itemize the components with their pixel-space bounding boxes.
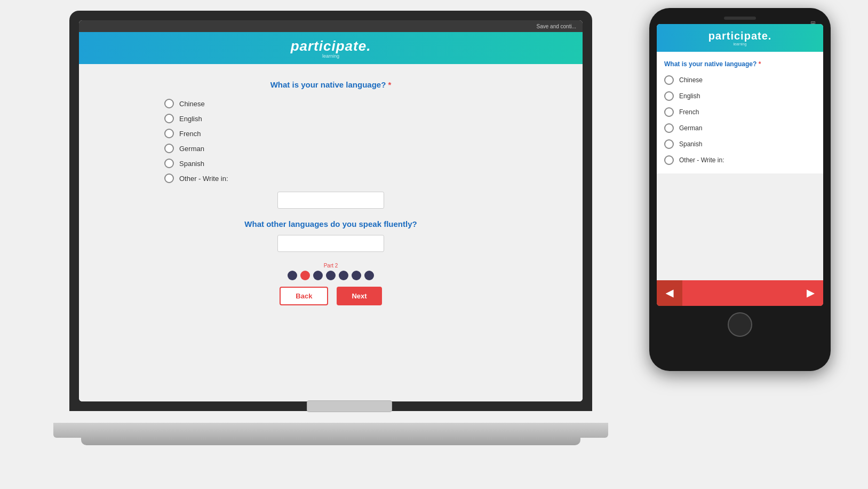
radio-label-french: French bbox=[179, 130, 201, 138]
phone-radio-label-chinese: Chinese bbox=[679, 76, 703, 84]
phone-speaker bbox=[724, 17, 756, 20]
progress-label: Part 2 bbox=[132, 263, 529, 269]
radio-item-other[interactable]: Other - Write in: bbox=[164, 173, 529, 183]
dot-5 bbox=[339, 271, 348, 280]
radio-label-german: German bbox=[179, 145, 204, 153]
phone-radio-english[interactable] bbox=[664, 91, 674, 101]
phone-brand-sub: learning bbox=[708, 42, 772, 46]
radio-label-other: Other - Write in: bbox=[179, 175, 228, 183]
phone-radio-item-spanish[interactable]: Spanish bbox=[664, 139, 816, 149]
phone-radio-item-german[interactable]: German bbox=[664, 123, 816, 133]
laptop-brand-logo: participate. bbox=[291, 38, 371, 54]
laptop-body: Save and conti... participate. learning … bbox=[69, 11, 592, 411]
radio-item-spanish[interactable]: Spanish bbox=[164, 159, 529, 168]
phone-nav-left-button[interactable]: ◀ bbox=[657, 280, 682, 306]
laptop-base bbox=[53, 423, 608, 438]
dot-1 bbox=[288, 271, 297, 280]
laptop-trackpad bbox=[307, 400, 392, 412]
other-language-input[interactable] bbox=[277, 192, 384, 209]
radio-chinese[interactable] bbox=[164, 99, 174, 108]
save-continue-text: Save and conti... bbox=[537, 23, 577, 29]
phone-radio-other[interactable] bbox=[664, 155, 674, 165]
phone-radio-label-english: English bbox=[679, 92, 700, 100]
dot-6 bbox=[352, 271, 361, 280]
laptop-radio-group: Chinese English French German bbox=[164, 99, 529, 183]
dot-2-active bbox=[300, 271, 310, 280]
radio-label-english: English bbox=[179, 115, 202, 123]
other-languages-input[interactable] bbox=[277, 235, 384, 252]
back-button[interactable]: Back bbox=[280, 287, 328, 305]
phone-screen: participate. learning What is your nativ… bbox=[657, 24, 823, 306]
phone-radio-label-other: Other - Write in: bbox=[679, 156, 724, 164]
radio-label-spanish: Spanish bbox=[179, 160, 204, 168]
dot-4 bbox=[326, 271, 336, 280]
dot-7 bbox=[364, 271, 374, 280]
nav-buttons: Back Next bbox=[132, 287, 529, 305]
radio-spanish[interactable] bbox=[164, 159, 174, 168]
phone-radio-label-german: German bbox=[679, 124, 702, 132]
phone-header: participate. learning bbox=[657, 24, 823, 52]
radio-item-french[interactable]: French bbox=[164, 129, 529, 138]
phone-home-button[interactable] bbox=[728, 312, 752, 337]
phone-radio-item-french[interactable]: French bbox=[664, 107, 816, 117]
next-button[interactable]: Next bbox=[337, 287, 381, 305]
radio-item-chinese[interactable]: Chinese bbox=[164, 99, 529, 108]
phone-brand-logo: participate. bbox=[708, 30, 772, 42]
phone-right-arrow-icon: ▶ bbox=[807, 287, 814, 299]
phone-radio-german[interactable] bbox=[664, 123, 674, 133]
progress-section: Part 2 Back Next bbox=[132, 263, 529, 305]
phone-radio-french[interactable] bbox=[664, 107, 674, 117]
radio-label-chinese: Chinese bbox=[179, 100, 205, 108]
phone-question1-title: What is your native language? * bbox=[664, 60, 816, 68]
phone-radio-item-english[interactable]: English bbox=[664, 91, 816, 101]
radio-french[interactable] bbox=[164, 129, 174, 138]
phone-device: ⊞ participate. learning What is your nat… bbox=[649, 8, 831, 371]
radio-other[interactable] bbox=[164, 173, 174, 183]
screen-topbar: Save and conti... bbox=[79, 20, 583, 32]
phone-radio-label-french: French bbox=[679, 108, 699, 116]
phone-radio-chinese[interactable] bbox=[664, 75, 674, 85]
phone-radio-item-chinese[interactable]: Chinese bbox=[664, 75, 816, 85]
laptop-screen: Save and conti... participate. learning … bbox=[79, 20, 583, 401]
phone-radio-item-other[interactable]: Other - Write in: bbox=[664, 155, 816, 165]
phone-content: What is your native language? * Chinese … bbox=[657, 52, 823, 173]
phone-radio-group: Chinese English French German Spanish bbox=[664, 75, 816, 165]
phone-left-arrow-icon: ◀ bbox=[666, 287, 673, 299]
laptop-device: Save and conti... participate. learning … bbox=[69, 11, 630, 470]
radio-item-english[interactable]: English bbox=[164, 114, 529, 123]
radio-item-german[interactable]: German bbox=[164, 144, 529, 153]
screen-header: participate. learning bbox=[79, 32, 583, 64]
dot-3 bbox=[313, 271, 323, 280]
laptop-screen-content: What is your native language? * Chinese … bbox=[79, 64, 583, 401]
laptop-question2-title: What other languages do you speak fluent… bbox=[132, 219, 529, 228]
progress-dots bbox=[132, 271, 529, 280]
radio-english[interactable] bbox=[164, 114, 174, 123]
laptop-question1-title: What is your native language? * bbox=[132, 80, 529, 89]
phone-radio-label-spanish: Spanish bbox=[679, 140, 702, 148]
phone-nav-bar: ◀ ▶ bbox=[657, 280, 823, 306]
phone-radio-spanish[interactable] bbox=[664, 139, 674, 149]
phone-nav-right-button[interactable]: ▶ bbox=[798, 280, 823, 306]
radio-german[interactable] bbox=[164, 144, 174, 153]
